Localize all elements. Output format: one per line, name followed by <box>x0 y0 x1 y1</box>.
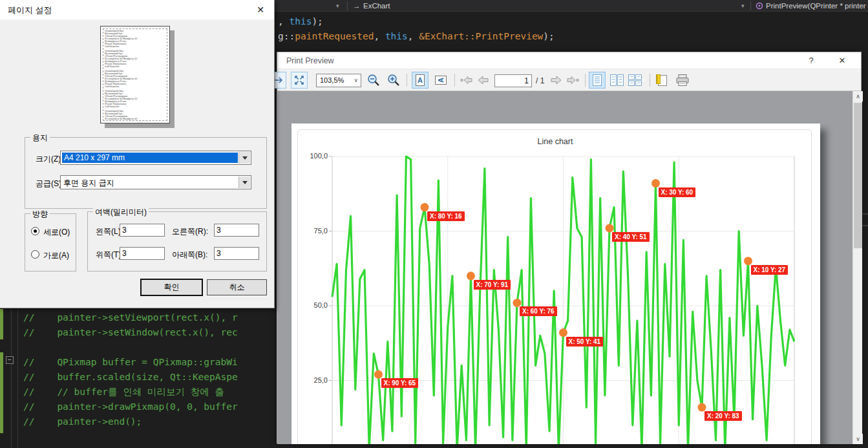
toolbar-separator <box>407 74 407 87</box>
symbol-combo-printpreview[interactable]: PrintPreview(QPrinter * printer <box>766 0 866 12</box>
divider <box>347 1 348 10</box>
comment-line[interactable]: // // buffer를 인쇄 미리보기 창에 출 <box>23 385 224 398</box>
last-page-button[interactable] <box>564 72 581 89</box>
first-page-button[interactable] <box>458 72 475 89</box>
paper-source-combo[interactable]: 후면 용지 급지 <box>60 175 251 189</box>
printer-icon <box>675 74 690 87</box>
chart-marker-label: X: 10 Y: 27 <box>751 265 789 275</box>
chart-marker-dot[interactable] <box>606 224 614 232</box>
svg-text:A: A <box>418 76 423 84</box>
chart-marker-dot[interactable] <box>467 272 475 280</box>
method-icon <box>756 2 763 14</box>
chart-marker-dot[interactable] <box>513 299 522 307</box>
page-preview-thumbnail: Chemanlinquebil Bass,Meisoniannaabil lay… <box>100 26 170 123</box>
print-button[interactable] <box>674 72 691 89</box>
portrait-radio[interactable] <box>31 227 39 235</box>
previous-page-button[interactable] <box>475 72 492 89</box>
toolbar-separator <box>650 74 650 87</box>
print-preview-viewport: Line chart 100,075,050,025,0X: 90 Y: 65X… <box>277 91 862 444</box>
chart-marker-dot[interactable] <box>374 370 383 379</box>
portrait-radio-label[interactable]: 세로(O) <box>43 227 70 238</box>
orientation-group: 방향 <box>25 213 76 272</box>
scroll-down-arrow[interactable]: ∨ <box>853 434 863 444</box>
single-page-view-icon <box>591 74 603 87</box>
margin-left-label: 왼쪽(L): <box>96 226 123 237</box>
chevron-down-icon[interactable]: ▾ <box>336 0 339 12</box>
code-token: , <box>278 16 289 27</box>
chart-marker-dot[interactable] <box>651 179 660 187</box>
code-token: , <box>374 31 385 41</box>
chart-marker-dot[interactable] <box>421 203 429 211</box>
chart-marker-dot[interactable] <box>559 328 567 337</box>
preview-scrollbar[interactable]: ∧ ∨ <box>852 91 862 444</box>
chart-card: Line chart 100,075,050,025,0X: 90 Y: 65X… <box>297 129 812 444</box>
code-fold-toggle[interactable]: − <box>6 356 14 364</box>
margin-right-input[interactable]: 3 <box>214 224 259 237</box>
portrait-button[interactable]: A <box>412 72 429 89</box>
single-page-view-button[interactable] <box>589 72 606 89</box>
combo-dropdown-button[interactable] <box>238 152 250 164</box>
chart-marker-label: X: 30 Y: 60 <box>659 187 696 197</box>
comment-line[interactable]: // painter->end(); <box>23 415 142 428</box>
zoom-in-button[interactable] <box>385 72 402 89</box>
margin-left-input[interactable]: 3 <box>120 224 165 237</box>
chart-marker-dot[interactable] <box>698 403 706 412</box>
next-page-button[interactable] <box>547 72 564 89</box>
paper-size-combo[interactable]: A4 210 x 297 mm <box>60 151 251 165</box>
thumbnail-text: Chemanlinquebil Bass,Meisoniannaabil lay… <box>103 29 167 121</box>
page-setup-button[interactable] <box>653 72 670 89</box>
paper-source-label: 공급(S): <box>36 178 63 189</box>
gutter-divider <box>11 309 12 448</box>
y-axis-tick-label: 25,0 <box>298 376 328 384</box>
chart-marker-label: X: 20 Y: 83 <box>704 411 742 421</box>
changed-lines-bar <box>0 352 3 433</box>
editor-scroll-mark <box>862 225 868 226</box>
code-line[interactable]: g::paintRequested, this, &ExChart::Print… <box>278 30 555 43</box>
help-button[interactable]: ? <box>804 55 818 67</box>
comment-line[interactable]: // buffer.scaled(size, Qt::KeepAspe <box>23 370 238 383</box>
landscape-radio[interactable] <box>31 250 39 259</box>
combo-dropdown-button[interactable] <box>238 176 250 188</box>
thumbnail-paragraph: Chemanlinquebil Bass,Meisoniannaabil lay… <box>105 70 165 88</box>
code-token: ); <box>312 16 323 27</box>
margin-top-input[interactable]: 3 <box>120 247 165 260</box>
chart-marker-dot[interactable] <box>744 257 752 265</box>
scroll-up-arrow[interactable]: ∧ <box>853 91 863 101</box>
code-line[interactable]: , this); <box>278 15 323 28</box>
landscape-radio-label[interactable]: 가로(A) <box>43 250 69 261</box>
comment-line[interactable]: // painter->setWindow(rect.x(), rec <box>23 326 238 339</box>
comment-line[interactable]: // painter->drawPixmap(0, 0, buffer <box>23 400 238 413</box>
landscape-button[interactable]: A <box>432 72 449 89</box>
code-token: ); <box>543 31 554 41</box>
margin-bottom-label: 아래쪽(B): <box>172 250 207 261</box>
page-setup-dialog: 페이지 설정 ✕ Chemanlinquebil Bass,Meisoniann… <box>0 0 275 308</box>
dialog-titlebar[interactable]: 페이지 설정 ✕ <box>0 0 274 19</box>
close-button[interactable]: ✕ <box>835 55 849 67</box>
page-number-input[interactable]: 1 <box>494 74 532 87</box>
chevron-down-icon[interactable]: ▾ <box>741 0 745 12</box>
changed-lines-bar <box>0 309 3 339</box>
comment-line[interactable]: // painter->setViewport(rect.x(), r <box>23 311 238 324</box>
code-token: paintRequested <box>295 31 374 41</box>
editor-scroll-mark <box>862 213 868 215</box>
scrollbar-thumb[interactable] <box>854 103 862 248</box>
fit-page-icon <box>294 75 304 85</box>
page-total-label: / 1 <box>536 76 544 85</box>
zoom-level-value: 103,5% <box>320 76 344 84</box>
portrait-icon: A <box>414 74 426 87</box>
fit-page-button[interactable] <box>291 72 308 89</box>
chevron-down-icon: ∨ <box>354 77 358 83</box>
zoom-out-button[interactable] <box>365 72 382 89</box>
margin-dashed-border: Chemanlinquebil Bass,Meisoniannaabil lay… <box>103 28 167 121</box>
zoom-level-combo[interactable]: 103,5% ∨ <box>316 74 361 87</box>
ok-button[interactable]: 확인 <box>141 279 202 295</box>
margin-bottom-input[interactable]: 3 <box>214 247 259 260</box>
cancel-button[interactable]: 취소 <box>207 279 267 295</box>
facing-pages-view-button[interactable] <box>608 72 625 89</box>
code-token: &ExChart::PrintPreview <box>419 31 543 41</box>
print-preview-titlebar[interactable]: Print Preview ? ✕ <box>277 52 861 69</box>
all-pages-view-button[interactable] <box>626 72 643 89</box>
comment-line[interactable]: // QPixmap buffer = QPixmap::grabWi <box>23 356 238 368</box>
close-icon[interactable]: ✕ <box>253 3 268 16</box>
symbol-combo-exchart[interactable]: ExChart <box>363 0 390 12</box>
